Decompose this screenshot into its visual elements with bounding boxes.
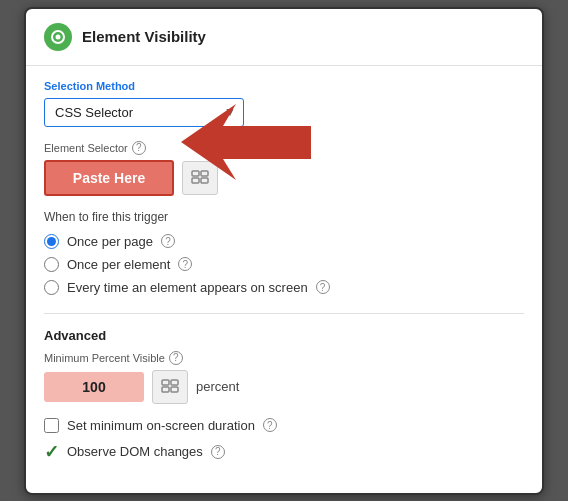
min-duration-checkbox-item[interactable]: Set minimum on-screen duration ? bbox=[44, 418, 524, 433]
min-duration-help-icon[interactable]: ? bbox=[263, 418, 277, 432]
card-header: Element Visibility bbox=[26, 9, 542, 66]
selection-method-select[interactable]: CSS Selector XPath ID bbox=[44, 98, 244, 127]
observe-dom-checkbox-item[interactable]: ✓ Observe DOM changes ? bbox=[44, 441, 524, 463]
element-selector-help-icon[interactable]: ? bbox=[132, 141, 146, 155]
svg-rect-8 bbox=[162, 380, 169, 385]
once-element-help-icon[interactable]: ? bbox=[178, 257, 192, 271]
selection-method-label: Selection Method bbox=[44, 80, 524, 92]
checkmark-icon: ✓ bbox=[44, 441, 59, 463]
selector-picker-button[interactable] bbox=[182, 161, 218, 195]
checkbox-group: Set minimum on-screen duration ? ✓ Obser… bbox=[44, 418, 524, 463]
min-duration-checkbox[interactable] bbox=[44, 418, 59, 433]
card-body: Selection Method CSS Selector XPath ID ▼… bbox=[26, 66, 542, 477]
min-percent-input[interactable] bbox=[44, 372, 144, 402]
svg-point-1 bbox=[56, 34, 61, 39]
page-title: Element Visibility bbox=[82, 28, 206, 45]
svg-rect-10 bbox=[162, 387, 169, 392]
trigger-once-element[interactable]: Once per element ? bbox=[44, 257, 524, 272]
svg-rect-5 bbox=[201, 178, 208, 183]
advanced-title: Advanced bbox=[44, 328, 524, 343]
trigger-radio-group: Once per page ? Once per element ? Every… bbox=[44, 234, 524, 295]
percent-picker-button[interactable] bbox=[152, 370, 188, 404]
svg-rect-11 bbox=[171, 387, 178, 392]
divider bbox=[44, 313, 524, 314]
svg-rect-4 bbox=[192, 178, 199, 183]
once-page-help-icon[interactable]: ? bbox=[161, 234, 175, 248]
trigger-every-time[interactable]: Every time an element appears on screen … bbox=[44, 280, 524, 295]
min-percent-help-icon[interactable]: ? bbox=[169, 351, 183, 365]
header-icon bbox=[44, 23, 72, 51]
selection-method-wrapper: CSS Selector XPath ID ▼ bbox=[44, 98, 244, 127]
element-selector-label: Element Selector ? bbox=[44, 141, 524, 155]
element-selector-row: Paste Here bbox=[44, 160, 524, 196]
trigger-label: When to fire this trigger bbox=[44, 210, 524, 224]
element-visibility-card: Element Visibility Selection Method CSS … bbox=[24, 7, 544, 495]
percent-row: percent bbox=[44, 370, 524, 404]
percent-unit-label: percent bbox=[196, 379, 239, 394]
every-time-help-icon[interactable]: ? bbox=[316, 280, 330, 294]
svg-rect-3 bbox=[201, 171, 208, 176]
observe-dom-help-icon[interactable]: ? bbox=[211, 445, 225, 459]
svg-rect-9 bbox=[171, 380, 178, 385]
min-percent-label: Minimum Percent Visible ? bbox=[44, 351, 524, 365]
trigger-once-page[interactable]: Once per page ? bbox=[44, 234, 524, 249]
paste-here-button[interactable]: Paste Here bbox=[44, 160, 174, 196]
svg-rect-2 bbox=[192, 171, 199, 176]
